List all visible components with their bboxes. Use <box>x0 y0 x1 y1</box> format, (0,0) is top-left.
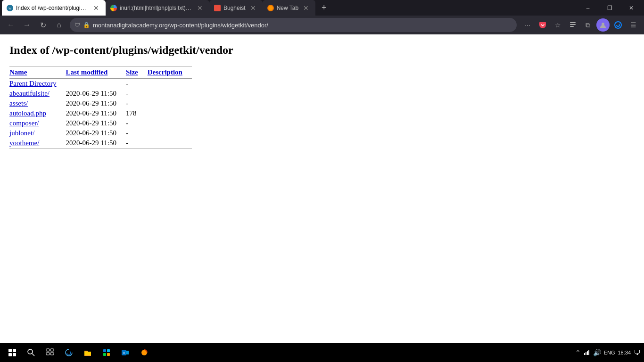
table-row: autoload.php2020-06-29 11:50178 <box>9 108 192 118</box>
svg-rect-4 <box>570 26 574 27</box>
svg-rect-15 <box>46 353 50 355</box>
tray-icons: ⌃ 🔊 ENG <box>575 349 615 357</box>
profile-avatar <box>596 18 610 32</box>
outlook-button[interactable]: O <box>117 344 134 361</box>
shield-icon: 🛡 <box>74 22 80 28</box>
tab-favicon-wp: W <box>7 5 13 11</box>
reading-list-button[interactable] <box>566 18 580 32</box>
cell-name: yootheme/ <box>9 138 66 148</box>
dir-link[interactable]: autoload.php <box>9 109 46 117</box>
cell-name: Parent Directory <box>9 79 66 89</box>
bookmark-button[interactable]: ☆ <box>551 18 565 32</box>
address-bar[interactable]: 🛡 🔒 montanadigitalacademy.org/wp-content… <box>70 18 517 32</box>
svg-rect-9 <box>8 353 12 356</box>
cell-description <box>148 89 192 99</box>
cell-date: 2020-06-29 11:50 <box>66 128 126 138</box>
col-last-modified[interactable]: Last modified <box>66 66 126 79</box>
maximize-button[interactable]: ❐ <box>599 0 620 16</box>
svg-rect-7 <box>8 349 12 352</box>
taskbar: O ⌃ 🔊 ENG 18:34 🗨 <box>0 343 644 362</box>
edge-button[interactable] <box>60 344 77 361</box>
col-size[interactable]: Size <box>126 66 148 79</box>
page-content: Index of /wp-content/plugins/widgetkit/v… <box>0 34 644 343</box>
tab-wp-content[interactable]: W Index of /wp-content/plugins/... ✕ <box>2 0 106 16</box>
home-button[interactable]: ⌂ <box>52 18 66 32</box>
system-clock[interactable]: 18:34 <box>618 349 631 356</box>
back-button[interactable]: ← <box>4 18 18 32</box>
language-indicator[interactable]: ENG <box>604 350 615 355</box>
dir-link[interactable]: Parent Directory <box>9 80 57 87</box>
cell-size: - <box>126 128 148 138</box>
cell-size: - <box>126 79 148 89</box>
table-row: yootheme/2020-06-29 11:50- <box>9 138 192 148</box>
network-icon[interactable] <box>584 349 590 357</box>
svg-rect-20 <box>107 353 110 356</box>
col-name[interactable]: Name <box>9 66 66 79</box>
svg-rect-13 <box>46 349 50 351</box>
tab-label-wp: Index of /wp-content/plugins/... <box>16 5 89 11</box>
cell-date <box>66 79 126 89</box>
dir-link[interactable]: jublonet/ <box>9 129 34 137</box>
firefox-taskbar-button[interactable] <box>136 344 153 361</box>
svg-rect-16 <box>50 353 54 355</box>
cell-size: - <box>126 99 148 108</box>
dir-link[interactable]: abeautifulsite/ <box>9 90 50 97</box>
cell-description <box>148 128 192 138</box>
cell-date: 2020-06-29 11:50 <box>66 118 126 128</box>
cell-name: abeautifulsite/ <box>9 89 66 99</box>
svg-rect-19 <box>103 353 106 356</box>
tab-bugheist[interactable]: Bugheist ✕ <box>209 0 263 16</box>
navigation-bar: ← → ↻ ⌂ 🛡 🔒 montanadigitalacademy.org/wp… <box>0 16 644 34</box>
tab-favicon-google <box>110 5 117 11</box>
file-explorer-button[interactable] <box>79 344 96 361</box>
svg-text:W: W <box>8 7 11 9</box>
dir-link[interactable]: composer/ <box>9 119 39 127</box>
new-tab-button[interactable]: + <box>317 1 330 15</box>
col-description[interactable]: Description <box>148 66 192 79</box>
svg-rect-25 <box>584 353 585 355</box>
hamburger-menu-button[interactable]: ☰ <box>626 18 640 32</box>
tray-chevron[interactable]: ⌃ <box>575 349 581 356</box>
more-options-button[interactable]: ··· <box>520 18 535 32</box>
tab-close-bugheist[interactable]: ✕ <box>248 3 258 13</box>
dir-link[interactable]: yootheme/ <box>9 139 39 147</box>
svg-rect-18 <box>107 349 110 352</box>
tab-google[interactable]: inurl:(html|html|php|pls|txt) int... ✕ <box>106 0 209 16</box>
tab-close-wp[interactable]: ✕ <box>91 3 101 13</box>
firefox-sync-button[interactable] <box>611 18 625 32</box>
volume-icon[interactable]: 🔊 <box>593 349 601 356</box>
cell-description <box>148 108 192 118</box>
search-taskbar-button[interactable] <box>23 344 40 361</box>
profile-button[interactable] <box>596 18 610 32</box>
reload-button[interactable]: ↻ <box>36 18 50 32</box>
svg-line-12 <box>32 354 34 356</box>
page-title: Index of /wp-content/plugins/widgetkit/v… <box>9 44 635 57</box>
pocket-button[interactable] <box>536 18 550 32</box>
nav-right-icons: ··· ☆ ⧉ ☰ <box>520 18 640 32</box>
cell-date: 2020-06-29 11:50 <box>66 99 126 108</box>
forward-button[interactable]: → <box>20 18 34 32</box>
split-view-button[interactable]: ⧉ <box>581 18 595 32</box>
table-row: composer/2020-06-29 11:50- <box>9 118 192 128</box>
cell-description <box>148 138 192 148</box>
svg-rect-3 <box>570 24 576 25</box>
tab-favicon-bugheist <box>214 5 221 11</box>
tab-newtab[interactable]: New Tab ✕ <box>263 0 315 16</box>
svg-rect-8 <box>13 349 16 352</box>
dir-link[interactable]: assets/ <box>9 99 28 107</box>
url-text: montanadigitalacademy.org/wp-content/plu… <box>93 22 512 29</box>
title-bar: W Index of /wp-content/plugins/... ✕ inu… <box>0 0 644 16</box>
notification-button[interactable]: 🗨 <box>634 349 640 356</box>
tab-favicon-firefox <box>267 5 274 11</box>
store-button[interactable] <box>98 344 115 361</box>
tab-close-google[interactable]: ✕ <box>195 3 205 13</box>
minimize-button[interactable]: – <box>577 0 599 16</box>
tab-label-bugheist: Bugheist <box>223 5 246 11</box>
start-button[interactable] <box>4 344 21 361</box>
svg-rect-17 <box>103 349 106 352</box>
cell-date: 2020-06-29 11:50 <box>66 89 126 99</box>
svg-rect-10 <box>13 353 16 356</box>
task-view-button[interactable] <box>41 344 58 361</box>
tab-close-newtab[interactable]: ✕ <box>301 3 311 13</box>
close-button[interactable]: ✕ <box>620 0 642 16</box>
